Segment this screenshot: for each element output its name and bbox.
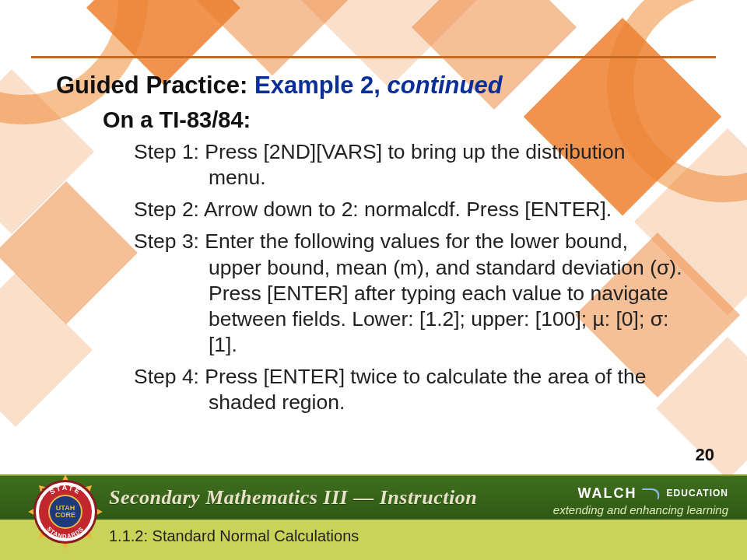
device-heading: On a TI-83/84:: [103, 107, 691, 133]
brand-main: WALCH: [578, 485, 637, 501]
brand-block: WALCHEDUCATION extending and enhancing l…: [553, 485, 728, 516]
svg-text:STANDARDS: STANDARDS: [45, 525, 85, 540]
step-body: Enter the following values for the lower…: [205, 229, 682, 356]
brand-logo: WALCHEDUCATION: [553, 485, 728, 502]
step-body: Arrow down to 2: normalcdf. Press [ENTER…: [204, 198, 612, 221]
brand-sub: EDUCATION: [667, 488, 728, 499]
title-example: Example 2,: [254, 72, 388, 99]
slide-title: Guided Practice: Example 2, continued: [56, 72, 691, 100]
swoosh-icon: [638, 488, 662, 499]
svg-text:STATE: STATE: [48, 484, 82, 496]
course-title: Secondary Mathematics III — Instruction: [109, 486, 477, 509]
step-item: Step 1: Press [2ND][VARS] to bring up th…: [134, 139, 683, 191]
top-divider: [0, 56, 747, 58]
footer: Secondary Mathematics III — Instruction …: [0, 474, 747, 560]
brand-tagline: extending and enhancing learning: [553, 503, 728, 516]
step-label: Step 1:: [134, 140, 199, 163]
step-item: Step 2: Arrow down to 2: normalcdf. Pres…: [134, 197, 683, 222]
seal-top-arc: STATE: [48, 484, 82, 496]
step-item: Step 4: Press [ENTER] twice to calculate…: [134, 364, 683, 415]
title-continued: continued: [388, 72, 503, 99]
step-item: Step 3: Enter the following values for t…: [134, 229, 683, 358]
seal-bottom-arc: STANDARDS: [45, 525, 85, 540]
slide-content: Guided Practice: Example 2, continued On…: [56, 72, 691, 422]
slide: Guided Practice: Example 2, continued On…: [0, 0, 747, 560]
footer-band: Secondary Mathematics III — Instruction …: [0, 476, 747, 520]
step-label: Step 3:: [134, 229, 199, 253]
step-body: Press [ENTER] twice to calculate the are…: [205, 365, 646, 414]
state-seal-icon: UTAH CORE STATE STANDARDS: [28, 474, 103, 549]
footer-subtitle: 1.1.2: Standard Normal Calculations: [109, 527, 359, 545]
step-label: Step 2:: [134, 198, 199, 221]
steps-list: Step 1: Press [2ND][VARS] to bring up th…: [134, 139, 683, 415]
step-body: Press [2ND][VARS] to bring up the distri…: [205, 140, 625, 189]
title-prefix: Guided Practice:: [56, 72, 254, 99]
step-label: Step 4:: [134, 365, 199, 388]
page-number: 20: [696, 445, 714, 465]
